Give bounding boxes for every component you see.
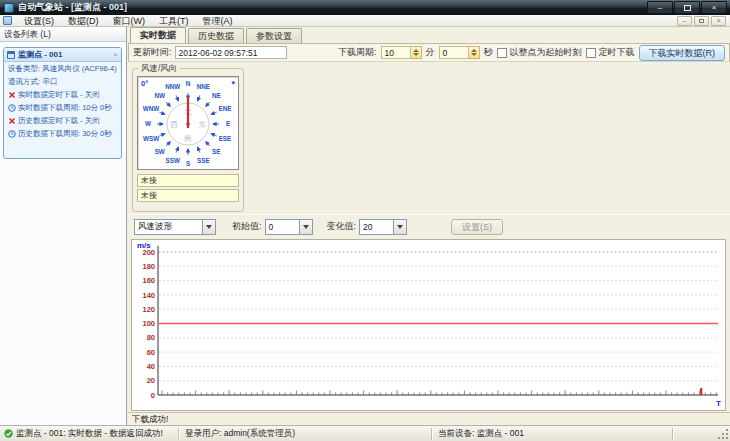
svg-text:NW: NW <box>154 92 165 99</box>
chevron-down-icon <box>299 220 312 234</box>
svg-text:SW: SW <box>155 148 165 155</box>
settings-button[interactable]: 设置(S) <box>451 219 503 235</box>
mdi-minimize-button[interactable]: – <box>677 16 692 26</box>
align-hour-checkbox-group: 以整点为起始时刻 <box>497 46 582 59</box>
mdi-restore-icon <box>699 19 704 23</box>
minutes-stepper: 10 <box>381 46 422 59</box>
svg-text:ESE: ESE <box>219 135 232 142</box>
device-icon <box>7 51 15 59</box>
device-title: 监测点 - 001 <box>18 49 113 60</box>
minutes-spin-buttons[interactable] <box>411 46 422 59</box>
svg-text:60: 60 <box>147 348 155 357</box>
download-period-label: 下载周期: <box>338 46 377 59</box>
menu-manage[interactable]: 管理(A) <box>196 15 240 27</box>
mdi-restore-button[interactable] <box>694 16 709 26</box>
svg-text:E: E <box>226 120 230 127</box>
seconds-input[interactable]: 0 <box>439 46 469 59</box>
svg-text:SE: SE <box>212 148 220 155</box>
waveform-controls: 风速波形 初始值: 0 变化值: 20 设置(S) <box>128 214 730 238</box>
close-button[interactable]: × <box>701 1 727 14</box>
device-list-panel: 设备列表 (L) 监测点 - 001 × 设备类型: 风速风向仪 (ACF96-… <box>0 27 127 425</box>
status-separator <box>672 428 673 440</box>
seconds-spin-buttons[interactable] <box>469 46 480 59</box>
realtime-period-line: 实时数据下载周期: 10分 0秒 <box>4 101 121 114</box>
compass-rose: NNNENEENEEESESESSESSSWSWWSWWWNWNWNNW北南东西 <box>138 77 238 169</box>
menu-data[interactable]: 数据(D) <box>61 15 106 27</box>
app-icon <box>4 3 14 13</box>
timed-download-checkbox[interactable] <box>586 48 596 58</box>
align-hour-label: 以整点为起始时刻 <box>510 46 582 59</box>
change-value-select[interactable]: 20 <box>359 219 407 235</box>
wind-degree-label: 0° <box>141 79 148 88</box>
mdi-child-icon[interactable] <box>3 16 12 25</box>
svg-text:NE: NE <box>212 92 221 99</box>
svg-text:W: W <box>145 120 151 127</box>
status-segment-user: 登录用户: admin(系统管理员) <box>179 428 431 440</box>
mdi-close-button[interactable]: × <box>711 16 726 26</box>
close-red-icon <box>8 117 16 125</box>
history-period-line: 历史数据下载周期: 30分 0秒 <box>4 127 121 140</box>
device-info-box: 监测点 - 001 × 设备类型: 风速风向仪 (ACF96-4) 通讯方式: … <box>3 47 122 159</box>
wind-direction-value-field: 未接 <box>137 189 239 202</box>
svg-text:WSW: WSW <box>143 135 159 142</box>
update-time-label: 更新时间: <box>133 46 172 59</box>
spin-up-icon <box>471 49 477 52</box>
svg-text:80: 80 <box>147 333 155 342</box>
status-segment-device: 当前设备: 监测点 - 001 <box>432 428 672 440</box>
svg-text:东: 东 <box>198 120 206 129</box>
svg-text:140: 140 <box>142 291 155 300</box>
menu-window[interactable]: 窗口(W) <box>106 15 153 27</box>
svg-text:南: 南 <box>183 134 192 143</box>
svg-text:N: N <box>186 80 191 87</box>
status-segment-result: 监测点 - 001: 实时数据 - 数据返回成功! <box>0 428 178 440</box>
tab-history-data[interactable]: 历史数据 <box>188 28 244 43</box>
waveform-select[interactable]: 风速波形 <box>134 219 216 235</box>
tab-realtime-data[interactable]: 实时数据 <box>130 27 186 43</box>
menu-settings[interactable]: 设置(S) <box>17 15 61 27</box>
compass-corner-mark: * <box>231 79 235 89</box>
svg-text:SSE: SSE <box>197 157 210 164</box>
close-red-icon <box>8 91 16 99</box>
menu-bar: 设置(S) 数据(D) 窗口(W) 工具(T) 管理(A) – × <box>0 15 730 27</box>
timed-download-checkbox-group: 定时下载 <box>586 46 635 59</box>
initial-value-select[interactable]: 0 <box>265 219 313 235</box>
timed-download-label: 定时下载 <box>599 46 635 59</box>
minutes-input[interactable]: 10 <box>381 46 411 59</box>
svg-text:WNW: WNW <box>143 105 159 112</box>
svg-text:ENE: ENE <box>218 105 231 112</box>
wind-group-label: 风速/风向 <box>138 63 180 75</box>
svg-text:0: 0 <box>151 391 155 400</box>
chart-x-axis-label: T <box>716 399 721 408</box>
seconds-stepper: 0 <box>439 46 480 59</box>
pin-icon[interactable]: × <box>113 51 118 59</box>
maximize-button[interactable] <box>674 1 700 14</box>
initial-value-label: 初始值: <box>232 220 262 233</box>
svg-text:160: 160 <box>142 276 155 285</box>
update-time-value: 2012-06-02 09:57:51 <box>175 46 287 59</box>
change-value-label: 变化值: <box>327 220 357 233</box>
download-realtime-button[interactable]: 下载实时数据(R) <box>639 45 726 61</box>
svg-text:SSW: SSW <box>166 157 180 164</box>
spin-up-icon <box>413 49 419 52</box>
download-status-line: 下载成功! <box>128 412 730 425</box>
chart-y-axis-label: m/s <box>137 241 151 250</box>
realtime-timed-download-line: 实时数据定时下载 - 关闭 <box>4 88 121 101</box>
status-ok-icon <box>4 429 13 438</box>
clock-icon <box>8 104 16 112</box>
device-list-header: 设备列表 (L) <box>0 27 126 42</box>
spin-down-icon <box>471 53 477 56</box>
wind-speed-value-field: 未接 <box>137 174 239 187</box>
chevron-down-icon <box>202 220 215 234</box>
svg-text:100: 100 <box>142 319 155 328</box>
resize-grip[interactable] <box>717 428 729 440</box>
minimize-button[interactable]: – <box>647 1 673 14</box>
device-box-header[interactable]: 监测点 - 001 × <box>4 48 121 62</box>
align-hour-checkbox[interactable] <box>497 48 507 58</box>
seconds-unit-label: 秒 <box>484 46 493 59</box>
title-bar: 自动气象站 - [监测点 - 001] – × <box>0 0 730 15</box>
menu-tools[interactable]: 工具(T) <box>152 15 196 27</box>
maximize-icon <box>684 5 691 11</box>
application-window: 自动气象站 - [监测点 - 001] – × 设置(S) 数据(D) 窗口(W… <box>0 0 730 441</box>
tab-parameter-settings[interactable]: 参数设置 <box>246 28 302 43</box>
svg-text:180: 180 <box>142 262 155 271</box>
